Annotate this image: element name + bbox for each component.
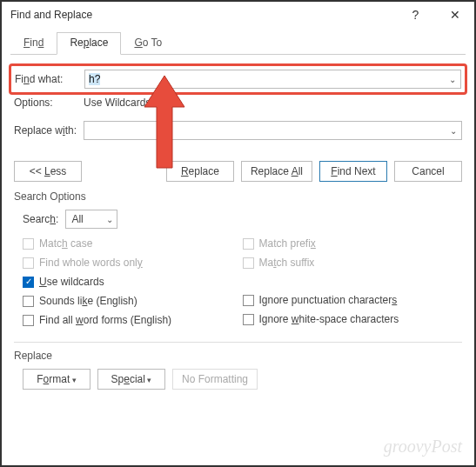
checkbox-checked-icon <box>23 277 34 288</box>
find-options-label: Options: <box>14 97 84 109</box>
ignore-space-label: Ignore white-space characters <box>259 313 399 325</box>
replace-button[interactable]: Replace <box>166 161 234 182</box>
checkbox-icon <box>23 315 34 326</box>
less-button[interactable]: << Less <box>14 161 82 182</box>
match-prefix-checkbox: Match prefix <box>243 237 463 250</box>
tab-replace[interactable]: Replace <box>57 32 121 55</box>
divider <box>14 342 462 343</box>
checkbox-icon <box>23 238 34 250</box>
chevron-down-icon[interactable]: ⌄ <box>445 75 460 84</box>
search-direction-label: Search: <box>23 213 58 225</box>
find-options-value: Use Wildcards <box>84 97 151 109</box>
window-title: Find and Replace <box>10 9 396 21</box>
chevron-down-icon[interactable]: ⌄ <box>103 215 117 224</box>
tab-goto[interactable]: Go To <box>121 32 175 55</box>
checkbox-icon <box>243 314 254 325</box>
search-direction-combo[interactable]: All ⌄ <box>65 210 117 229</box>
find-what-input[interactable]: h? ⌄ <box>84 70 461 89</box>
replace-with-input[interactable]: ⌄ <box>84 121 462 140</box>
special-button[interactable]: Special <box>97 369 165 390</box>
ignore-punct-label: Ignore punctuation characters <box>259 294 398 306</box>
ignore-space-checkbox[interactable]: Ignore white-space characters <box>243 313 463 325</box>
match-suffix-label: Match suffix <box>259 257 315 269</box>
find-what-label: Find what: <box>15 73 84 85</box>
word-forms-checkbox[interactable]: Find all word forms (English) <box>23 314 243 326</box>
sounds-like-label: Sounds like (English) <box>39 295 137 307</box>
ignore-punct-checkbox[interactable]: Ignore punctuation characters <box>243 294 463 306</box>
titlebar: Find and Replace ? ✕ <box>2 2 474 28</box>
close-button[interactable]: ✕ <box>435 2 474 28</box>
find-what-highlight: Find what: h? ⌄ <box>9 63 467 95</box>
replace-section-title: Replace <box>14 350 462 362</box>
checkbox-icon <box>23 296 34 307</box>
replace-with-label: Replace with: <box>14 124 84 137</box>
find-next-button[interactable]: Find Next <box>319 161 387 182</box>
help-button[interactable]: ? <box>396 2 435 28</box>
match-prefix-label: Match prefix <box>259 237 316 250</box>
checkbox-icon <box>243 238 254 250</box>
search-direction-value: All <box>66 213 103 225</box>
use-wildcards-checkbox[interactable]: Use wildcards <box>23 276 243 288</box>
whole-words-checkbox: Find whole words only <box>23 257 243 269</box>
word-forms-label: Find all word forms (English) <box>39 314 171 326</box>
find-options-line: Options: Use Wildcards <box>14 97 462 109</box>
match-case-label: Match case <box>39 237 92 250</box>
tab-strip: Find Replace Go To <box>10 31 466 55</box>
match-case-checkbox: Match case <box>23 237 243 250</box>
sounds-like-checkbox[interactable]: Sounds like (English) <box>23 295 243 307</box>
no-formatting-button: No Formatting <box>172 369 258 390</box>
cancel-button[interactable]: Cancel <box>394 161 462 182</box>
whole-words-label: Find whole words only <box>39 257 143 269</box>
find-what-value: h? <box>85 73 445 85</box>
chevron-down-icon[interactable]: ⌄ <box>446 126 461 136</box>
checkbox-icon <box>243 295 254 306</box>
format-button[interactable]: Format <box>23 369 91 390</box>
match-suffix-checkbox: Match suffix <box>243 257 463 269</box>
checkbox-icon <box>23 257 34 269</box>
tab-find[interactable]: Find <box>10 32 57 55</box>
use-wildcards-label: Use wildcards <box>39 276 104 288</box>
replace-all-button[interactable]: Replace All <box>241 161 312 182</box>
search-options-title: Search Options <box>14 190 462 203</box>
checkbox-icon <box>243 257 254 269</box>
watermark: groovyPost <box>384 437 462 457</box>
